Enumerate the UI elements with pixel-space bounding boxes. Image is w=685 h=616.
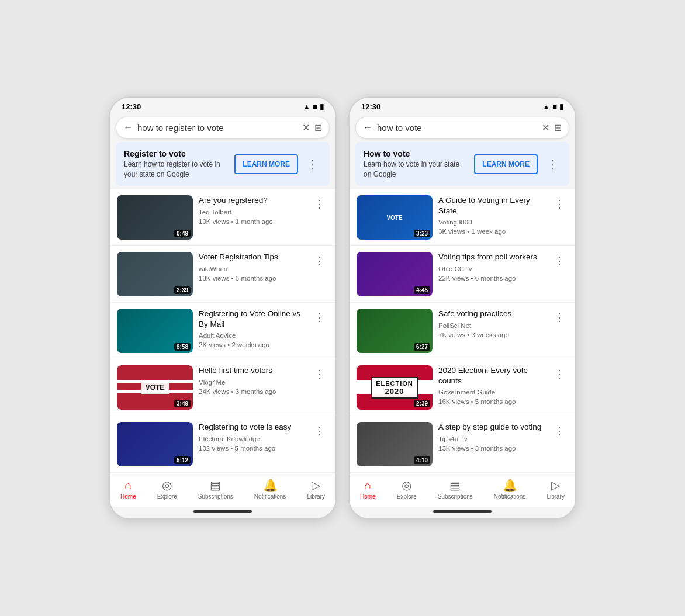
list-item[interactable]: 8:58 Registering to Vote Online vs By Ma… bbox=[110, 303, 335, 359]
video-meta: Voting30003K views • 1 week ago bbox=[438, 217, 545, 236]
video-title: Are you registered? bbox=[199, 195, 305, 206]
more-icon[interactable]: ⋮ bbox=[551, 310, 568, 325]
list-item[interactable]: 2:39 Voter Registration Tips wikiWhen13K… bbox=[110, 246, 335, 303]
status-icons-1: ▲ ■ ▮ bbox=[303, 102, 324, 111]
phone-1: 12:30 ▲ ■ ▮ ← how to register to vote ✕ … bbox=[109, 96, 337, 520]
more-icon[interactable]: ⋮ bbox=[311, 196, 328, 212]
nav-subscriptions-label-2: Subscriptions bbox=[438, 493, 473, 500]
duration: 2:39 bbox=[414, 400, 430, 407]
banner-more-button-1[interactable]: ⋮ bbox=[304, 157, 321, 172]
video-more[interactable]: ⋮ bbox=[551, 365, 568, 382]
library-icon: ▷ bbox=[312, 478, 320, 492]
signal-icon: ■ bbox=[313, 102, 317, 111]
list-item[interactable]: VOTE 3:49 Hello first time voters Vlog4M… bbox=[110, 359, 335, 416]
search-query-2[interactable]: how to vote bbox=[377, 123, 537, 133]
list-item[interactable]: VOTE 3:23 A Guide to Voting in Every Sta… bbox=[350, 189, 575, 246]
search-query-1[interactable]: how to register to vote bbox=[137, 123, 297, 133]
list-item[interactable]: 6:27 Safe voting practices PoliSci Net7K… bbox=[350, 303, 575, 359]
more-icon[interactable]: ⋮ bbox=[311, 253, 328, 268]
back-button-1[interactable]: ← bbox=[123, 122, 133, 133]
nav-home-1[interactable]: ⌂ Home bbox=[120, 479, 136, 500]
banner-text-2: How to vote Learn how to vote in your st… bbox=[364, 149, 468, 179]
nav-explore-1[interactable]: ◎ Explore bbox=[157, 478, 177, 500]
video-title: Hello first time voters bbox=[199, 365, 305, 376]
thumbnail: VOTE 3:49 bbox=[117, 365, 193, 410]
video-meta: wikiWhen13K views • 5 months ago bbox=[199, 264, 305, 283]
back-button-2[interactable]: ← bbox=[363, 122, 372, 133]
list-item[interactable]: 4:45 Voting tips from poll workers Ohio … bbox=[350, 246, 575, 303]
explore-icon: ◎ bbox=[162, 478, 172, 492]
search-bar-2[interactable]: ← how to vote ✕ ⊟ bbox=[355, 117, 569, 139]
home-icon: ⌂ bbox=[124, 479, 132, 492]
clear-button-1[interactable]: ✕ bbox=[302, 122, 310, 133]
video-info: A Guide to Voting in Every State Voting3… bbox=[438, 195, 545, 236]
filter-button-2[interactable]: ⊟ bbox=[554, 122, 562, 133]
duration: 5:12 bbox=[174, 456, 191, 464]
video-title: Safe voting practices bbox=[438, 309, 545, 319]
thumbnail: 2:39 bbox=[117, 252, 193, 296]
duration: 2:39 bbox=[174, 286, 191, 294]
learn-more-button-1[interactable]: LEARN MORE bbox=[234, 154, 298, 174]
duration: 4:45 bbox=[414, 286, 430, 294]
nav-notifications-2[interactable]: 🔔 Notifications bbox=[494, 478, 525, 500]
more-icon[interactable]: ⋮ bbox=[551, 196, 568, 212]
video-meta: Government Guide16K views • 5 months ago bbox=[438, 387, 545, 406]
list-item[interactable]: 0:49 Are you registered? Ted Tolbert10K … bbox=[110, 189, 335, 246]
nav-subscriptions-1[interactable]: ▤ Subscriptions bbox=[198, 478, 233, 500]
bottom-nav-1: ⌂ Home ◎ Explore ▤ Subscriptions 🔔 Notif… bbox=[110, 473, 335, 507]
nav-home-label-2: Home bbox=[360, 493, 376, 500]
thumbnail: 0:49 bbox=[117, 195, 193, 240]
status-bar-1: 12:30 ▲ ■ ▮ bbox=[110, 98, 335, 113]
home-icon-2: ⌂ bbox=[364, 479, 371, 492]
video-more[interactable]: ⋮ bbox=[551, 252, 568, 268]
list-item[interactable]: ELECTION 2020 2:39 2020 Election: Every … bbox=[350, 359, 575, 416]
nav-notifications-1[interactable]: 🔔 Notifications bbox=[254, 478, 286, 500]
video-info: Are you registered? Ted Tolbert10K views… bbox=[199, 195, 305, 226]
nav-subscriptions-2[interactable]: ▤ Subscriptions bbox=[438, 478, 473, 500]
more-icon[interactable]: ⋮ bbox=[551, 423, 568, 438]
nav-library-2[interactable]: ▷ Library bbox=[546, 478, 565, 500]
search-bar-1[interactable]: ← how to register to vote ✕ ⊟ bbox=[116, 117, 330, 139]
video-more[interactable]: ⋮ bbox=[551, 309, 568, 325]
video-more[interactable]: ⋮ bbox=[551, 195, 568, 212]
video-more[interactable]: ⋮ bbox=[311, 309, 328, 325]
list-item[interactable]: 4:10 A step by step guide to voting Tips… bbox=[350, 416, 575, 473]
thumbnail: 4:10 bbox=[357, 422, 433, 466]
list-item[interactable]: 5:12 Registering to vote is easy Elector… bbox=[110, 416, 335, 473]
phone-2: 12:30 ▲ ■ ▮ ← how to vote ✕ ⊟ How to vot… bbox=[348, 96, 576, 520]
nav-explore-2[interactable]: ◎ Explore bbox=[397, 478, 417, 500]
info-banner-1: Register to vote Learn how to register t… bbox=[116, 142, 330, 186]
video-more[interactable]: ⋮ bbox=[311, 365, 328, 382]
learn-more-button-2[interactable]: LEARN MORE bbox=[474, 154, 538, 174]
home-indicator-1 bbox=[193, 510, 252, 513]
video-meta: Ted Tolbert10K views • 1 month ago bbox=[199, 207, 305, 226]
more-icon[interactable]: ⋮ bbox=[311, 310, 328, 325]
video-info: Safe voting practices PoliSci Net7K view… bbox=[438, 309, 545, 340]
video-more[interactable]: ⋮ bbox=[551, 422, 568, 438]
library-icon-2: ▷ bbox=[551, 478, 560, 492]
status-bar-2: 12:30 ▲ ■ ▮ bbox=[350, 98, 575, 113]
nav-library-1[interactable]: ▷ Library bbox=[307, 478, 325, 500]
more-icon[interactable]: ⋮ bbox=[311, 366, 328, 382]
wifi-icon: ▲ bbox=[303, 102, 310, 111]
more-icon[interactable]: ⋮ bbox=[311, 423, 328, 438]
thumbnail: 6:27 bbox=[357, 309, 433, 353]
more-icon[interactable]: ⋮ bbox=[551, 366, 568, 382]
clear-button-2[interactable]: ✕ bbox=[542, 122, 549, 133]
video-meta: Adult Advice2K views • 2 weeks ago bbox=[199, 331, 305, 349]
banner-more-button-2[interactable]: ⋮ bbox=[544, 157, 561, 172]
thumb-label: VOTE bbox=[384, 212, 404, 223]
video-more[interactable]: ⋮ bbox=[311, 195, 328, 212]
subscriptions-icon: ▤ bbox=[210, 478, 221, 492]
video-info: Voter Registration Tips wikiWhen13K view… bbox=[199, 252, 305, 283]
video-more[interactable]: ⋮ bbox=[311, 252, 328, 268]
nav-home-2[interactable]: ⌂ Home bbox=[360, 479, 376, 500]
nav-library-label: Library bbox=[307, 493, 325, 500]
battery-icon-2: ▮ bbox=[559, 102, 563, 111]
video-info: 2020 Election: Every vote counts Governm… bbox=[438, 365, 545, 406]
nav-explore-label: Explore bbox=[157, 493, 177, 500]
filter-button-1[interactable]: ⊟ bbox=[314, 122, 322, 133]
more-icon[interactable]: ⋮ bbox=[551, 253, 568, 268]
video-more[interactable]: ⋮ bbox=[311, 422, 328, 438]
home-bar-1 bbox=[110, 507, 335, 518]
